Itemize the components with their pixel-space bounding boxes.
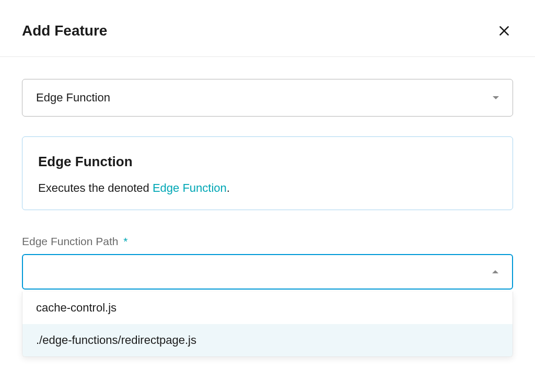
dialog-title: Add Feature: [22, 22, 107, 39]
dropdown-option[interactable]: ./edge-functions/redirectpage.js: [22, 324, 513, 356]
feature-info-title: Edge Function: [38, 154, 497, 170]
required-indicator: *: [123, 235, 127, 247]
feature-type-select[interactable]: Edge Function: [22, 79, 513, 117]
dropdown-option[interactable]: cache-control.js: [22, 292, 513, 324]
edge-function-path-dropdown: cache-control.js ./edge-functions/redire…: [22, 292, 513, 357]
feature-info-panel: Edge Function Executes the denoted Edge …: [22, 136, 513, 210]
edge-function-path-select[interactable]: [22, 254, 513, 290]
chevron-down-icon: [493, 96, 499, 99]
edge-function-path-field: Edge Function Path * cache-control.js ./…: [22, 235, 513, 357]
dialog-header: Add Feature: [0, 0, 535, 57]
feature-info-description: Executes the denoted Edge Function.: [38, 181, 497, 195]
close-button[interactable]: [495, 22, 513, 40]
feature-info-desc-suffix: .: [227, 181, 230, 194]
close-icon: [497, 24, 511, 38]
chevron-up-icon: [492, 270, 498, 273]
dialog-body: Edge Function Edge Function Executes the…: [0, 57, 535, 379]
feature-info-desc-prefix: Executes the denoted: [38, 181, 153, 194]
feature-type-value: Edge Function: [36, 91, 110, 105]
edge-function-link[interactable]: Edge Function: [153, 181, 227, 194]
edge-function-path-label: Edge Function Path: [22, 235, 121, 247]
